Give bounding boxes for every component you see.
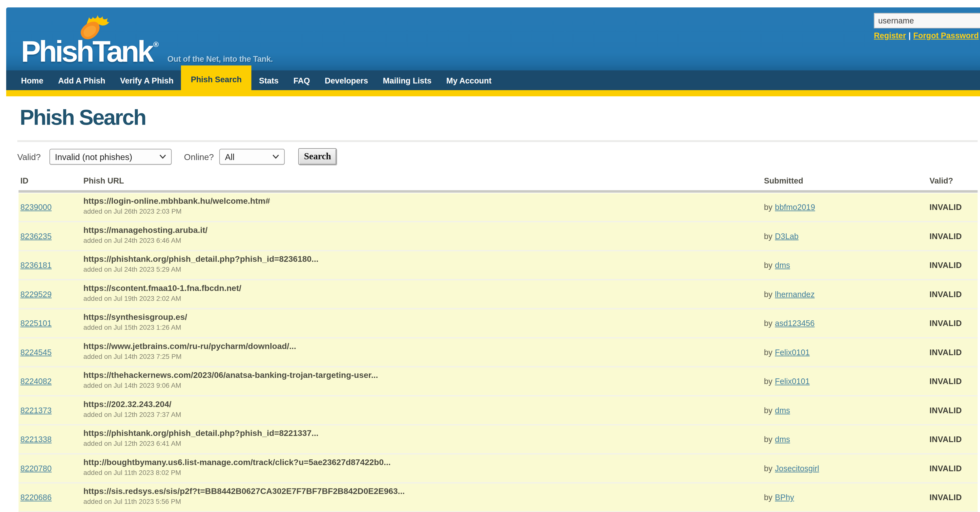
nav-item-developers[interactable]: Developers bbox=[317, 70, 375, 90]
online-select[interactable]: All bbox=[220, 148, 285, 164]
col-url: Phish URL bbox=[81, 176, 762, 186]
nav-item-add-a-phish[interactable]: Add A Phish bbox=[51, 70, 113, 90]
register-link[interactable]: Register bbox=[874, 31, 906, 40]
registered-mark: ® bbox=[153, 40, 159, 49]
submitted-cell: by lhernandez bbox=[762, 280, 928, 308]
submitter-link[interactable]: dms bbox=[775, 406, 790, 415]
phish-url: https://scontent.fmaa10-1.fna.fbcdn.net/ bbox=[83, 283, 762, 293]
nav-item-home[interactable]: Home bbox=[14, 70, 51, 90]
phish-id-link[interactable]: 8224082 bbox=[21, 377, 52, 386]
login-links: Register|Forgot Password bbox=[874, 31, 980, 40]
by-prefix: by bbox=[764, 493, 773, 502]
added-on-text: added on Jul 24th 2023 6:46 AM bbox=[83, 237, 762, 245]
nav-item-faq[interactable]: FAQ bbox=[286, 70, 317, 90]
url-cell: https://phishtank.org/phish_detail.php?p… bbox=[81, 426, 762, 453]
submitter-link[interactable]: dms bbox=[775, 261, 790, 270]
phish-id-link[interactable]: 8220780 bbox=[21, 464, 52, 473]
phish-url: https://202.32.243.204/ bbox=[83, 400, 762, 410]
col-id: ID bbox=[19, 176, 81, 186]
phish-id-link[interactable]: 8229529 bbox=[21, 290, 52, 299]
nav-item-verify-a-phish[interactable]: Verify A Phish bbox=[113, 70, 181, 90]
online-filter-label: Online? bbox=[184, 152, 214, 162]
login-area: Register|Forgot Password bbox=[874, 13, 980, 40]
added-on-text: added on Jul 26th 2023 2:03 PM bbox=[83, 207, 762, 216]
phish-id-link[interactable]: 8220686 bbox=[21, 493, 52, 502]
valid-filter-label: Valid? bbox=[17, 152, 41, 162]
submitted-cell: by dms bbox=[762, 251, 928, 279]
phish-id-link[interactable]: 8236181 bbox=[21, 261, 52, 270]
id-cell: 8236235 bbox=[19, 222, 81, 250]
added-on-text: added on Jul 14th 2023 9:06 AM bbox=[83, 382, 762, 390]
id-cell: 8225101 bbox=[19, 310, 81, 337]
nav-item-stats[interactable]: Stats bbox=[251, 70, 286, 90]
submitted-cell: by BPhy bbox=[762, 483, 928, 512]
phish-id-link[interactable]: 8221338 bbox=[21, 435, 52, 444]
submitter-link[interactable]: Felix0101 bbox=[775, 377, 810, 386]
valid-status: INVALID bbox=[928, 280, 978, 308]
phish-url: https://sis.redsys.es/sis/p2f?t=BB8442B0… bbox=[83, 487, 762, 496]
submitted-cell: by D3Lab bbox=[762, 222, 928, 250]
phish-id-link[interactable]: 8236235 bbox=[21, 232, 52, 241]
submitted-cell: by asd123456 bbox=[762, 310, 928, 337]
url-cell: https://202.32.243.204/ added on Jul 12t… bbox=[81, 396, 762, 424]
username-input[interactable] bbox=[874, 13, 980, 29]
table-row: 8221338 https://phishtank.org/phish_deta… bbox=[19, 426, 978, 455]
phish-url: https://login-online.mbhbank.hu/welcome.… bbox=[83, 196, 762, 206]
phish-url: https://phishtank.org/phish_detail.php?p… bbox=[83, 429, 762, 439]
site-header: PhishTank ® Out of the Net, into the Tan… bbox=[6, 7, 980, 70]
phish-url: http://boughtbymany.us6.list-manage.com/… bbox=[83, 458, 762, 467]
nav-item-mailing-lists[interactable]: Mailing Lists bbox=[375, 70, 439, 90]
id-cell: 8220686 bbox=[19, 483, 81, 512]
url-cell: https://www.jetbrains.com/ru-ru/pycharm/… bbox=[81, 339, 762, 366]
phish-id-link[interactable]: 8239000 bbox=[21, 202, 52, 212]
by-prefix: by bbox=[764, 348, 773, 357]
valid-status: INVALID bbox=[928, 367, 978, 396]
valid-select[interactable]: Invalid (not phishes) bbox=[49, 148, 172, 164]
by-prefix: by bbox=[764, 406, 773, 415]
submitter-link[interactable]: Felix0101 bbox=[775, 348, 810, 357]
submitter-link[interactable]: BPhy bbox=[775, 493, 794, 502]
phish-id-link[interactable]: 8225101 bbox=[21, 319, 52, 328]
table-row: 8225101 https://synthesisgroup.es/ added… bbox=[19, 310, 978, 339]
phish-id-link[interactable]: 8224545 bbox=[21, 348, 52, 357]
id-cell: 8221373 bbox=[19, 396, 81, 424]
col-valid: Valid? bbox=[928, 176, 978, 186]
search-button[interactable]: Search bbox=[298, 148, 337, 165]
submitter-link[interactable]: dms bbox=[775, 435, 790, 444]
table-row: 8224545 https://www.jetbrains.com/ru-ru/… bbox=[19, 339, 978, 367]
submitter-link[interactable]: Josecitosgirl bbox=[775, 464, 819, 473]
nav-item-my-account[interactable]: My Account bbox=[439, 70, 499, 90]
added-on-text: added on Jul 11th 2023 5:56 PM bbox=[83, 498, 762, 506]
by-prefix: by bbox=[764, 464, 773, 473]
added-on-text: added on Jul 15th 2023 1:26 AM bbox=[83, 324, 762, 332]
id-cell: 8220780 bbox=[19, 455, 81, 482]
phish-id-link[interactable]: 8221373 bbox=[21, 406, 52, 415]
url-cell: https://synthesisgroup.es/ added on Jul … bbox=[81, 310, 762, 337]
url-cell: https://scontent.fmaa10-1.fna.fbcdn.net/… bbox=[81, 280, 762, 308]
submitter-link[interactable]: lhernandez bbox=[775, 290, 815, 299]
forgot-password-link[interactable]: Forgot Password bbox=[913, 31, 979, 40]
url-cell: https://thehackernews.com/2023/06/anatsa… bbox=[81, 367, 762, 396]
submitter-link[interactable]: bbfmo2019 bbox=[775, 202, 815, 212]
page: PhishTank ® Out of the Net, into the Tan… bbox=[6, 7, 980, 512]
submitter-link[interactable]: asd123456 bbox=[775, 319, 815, 328]
added-on-text: added on Jul 12th 2023 6:41 AM bbox=[83, 440, 762, 448]
search-filters: Valid? Invalid (not phishes) Online? All bbox=[17, 148, 980, 165]
table-body: 8239000 https://login-online.mbhbank.hu/… bbox=[19, 193, 978, 512]
flame-icon bbox=[76, 13, 111, 41]
table-row: 8239000 https://login-online.mbhbank.hu/… bbox=[19, 193, 978, 223]
tagline: Out of the Net, into the Tank. bbox=[167, 54, 273, 64]
added-on-text: added on Jul 24th 2023 5:29 AM bbox=[83, 266, 762, 273]
phishtank-logo[interactable]: PhishTank ® Out of the Net, into the Tan… bbox=[21, 37, 273, 67]
page-title: Phish Search bbox=[20, 106, 980, 128]
valid-select-value: Invalid (not phishes) bbox=[55, 152, 132, 162]
phish-url: https://managehosting.aruba.it/ bbox=[83, 226, 762, 235]
table-row: 8236181 https://phishtank.org/phish_deta… bbox=[19, 251, 978, 281]
added-on-text: added on Jul 14th 2023 7:25 PM bbox=[83, 353, 762, 361]
submitter-link[interactable]: D3Lab bbox=[775, 232, 799, 241]
submitted-cell: by Felix0101 bbox=[762, 339, 928, 366]
submitted-cell: by Josecitosgirl bbox=[762, 455, 928, 482]
url-cell: http://boughtbymany.us6.list-manage.com/… bbox=[81, 455, 762, 482]
phish-url: https://thehackernews.com/2023/06/anatsa… bbox=[83, 370, 762, 380]
nav-item-phish-search[interactable]: Phish Search bbox=[181, 65, 251, 93]
